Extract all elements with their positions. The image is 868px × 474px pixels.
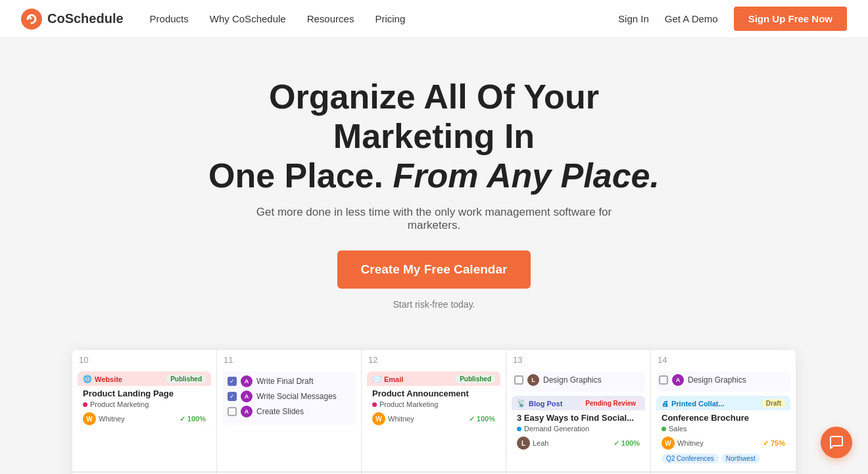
card-printed-chips: Q2 Conferences Northwest	[662, 454, 785, 463]
tag-dot-email	[372, 402, 377, 407]
card-email-title: Product Announcement	[372, 389, 495, 398]
cal-col-11: 11 ✓ A Write Final Draft ✓ A Write Socia…	[217, 350, 362, 471]
avatar-whitney: W	[83, 412, 96, 425]
hero-title-line2: One Place.	[208, 156, 393, 195]
card-blogpost-13: 📡 Blog Post Pending Review 3 Easy Ways t…	[512, 396, 645, 455]
card-website-badge: Published	[166, 375, 206, 383]
logo-text: CoSchedule	[47, 11, 124, 26]
hero-subtitle: Get more done in less time with the only…	[237, 206, 631, 232]
card-email-person: Whitney	[388, 415, 414, 423]
cal-day-12: 12	[362, 350, 506, 367]
task-checkbox-3[interactable]	[228, 407, 237, 416]
card-printed-footer: W Whitney ✓ 75%	[662, 435, 785, 451]
signin-link[interactable]: Sign In	[618, 13, 649, 24]
card-email: ✉️ Email Published Product Announcement …	[367, 371, 500, 431]
nav-pricing[interactable]: Pricing	[375, 13, 405, 24]
card-blogpost-progress: ✓ 100%	[614, 439, 640, 448]
cal-day-13: 13	[506, 350, 650, 367]
nav-products[interactable]: Products	[150, 13, 189, 24]
card-printed-header: 🖨 Printed Collat... Draft	[656, 396, 790, 410]
task-label-3: Create Slides	[256, 407, 304, 416]
task-item-3: A Create Slides	[228, 406, 350, 417]
card-printed-title: Conference Brochure	[662, 413, 785, 423]
hero-title-line1: Organize All Of Your Marketing In	[269, 78, 599, 155]
tag-dot-printed	[662, 427, 666, 431]
logo-link[interactable]: CoSchedule	[21, 9, 124, 30]
task-avatar-1: A	[241, 375, 253, 387]
card-blogpost-person: Leah	[533, 439, 548, 447]
task-avatar-3: A	[241, 406, 253, 417]
hero-title-italic: From Any Place.	[393, 156, 660, 195]
task-label-2: Write Social Messages	[256, 392, 337, 401]
task-avatar-2: A	[241, 391, 253, 402]
avatar-email: W	[372, 412, 385, 425]
tag-dot	[83, 402, 87, 407]
chat-icon	[829, 435, 844, 450]
cal-day-11: 11	[217, 350, 361, 367]
card-website-body: Product Landing Page Product Marketing W…	[78, 386, 211, 431]
cal-day-10: 10	[72, 350, 216, 367]
card-blogpost-title: 3 Easy Ways to Find Social...	[517, 413, 640, 423]
card-blogpost-header: 📡 Blog Post Pending Review	[512, 396, 645, 410]
card-printed-label: Printed Collat...	[671, 400, 725, 408]
card-website-title: Product Landing Page	[83, 389, 206, 398]
nav-resources[interactable]: Resources	[307, 13, 354, 24]
card-blogpost-footer: L Leah ✓ 100%	[517, 435, 640, 451]
card-email-progress: ✓ 100%	[469, 415, 495, 423]
cal-col-10: 10 🌐 Website Published Product Landing P…	[72, 350, 217, 471]
card-email-header: ✉️ Email Published	[367, 371, 500, 386]
task-label-1: Write Final Draft	[256, 377, 313, 386]
task-list-card: ✓ A Write Final Draft ✓ A Write Social M…	[222, 371, 356, 425]
task-dg2-label: Design Graphics	[688, 375, 746, 385]
card-website-label: Website	[95, 375, 122, 383]
tag-dot-blog	[517, 427, 521, 431]
card-blogpost-tag: Demand Generation	[517, 425, 640, 433]
navbar: CoSchedule Products Why CoSchedule Resou…	[0, 0, 868, 38]
nav-why[interactable]: Why CoSchedule	[210, 13, 286, 24]
navbar-right: Sign In Get A Demo Sign Up Free Now	[618, 7, 847, 31]
card-email-footer: W Whitney ✓ 100%	[372, 411, 495, 427]
cal-col-13: 13 L Design Graphics 📡 Blog Post Pending…	[506, 350, 651, 471]
avatar-dg2: A	[672, 374, 684, 386]
card-website-progress: ✓ 100%	[180, 415, 206, 423]
task-item-2: ✓ A Write Social Messages	[228, 391, 350, 402]
card-email-body: Product Announcement Product Marketing W…	[367, 386, 500, 431]
task-checkbox-2[interactable]: ✓	[228, 392, 237, 401]
avatar-printed: W	[662, 437, 675, 450]
get-demo-link[interactable]: Get A Demo	[665, 13, 718, 24]
day14-top: A Design Graphics	[656, 371, 790, 392]
chip-q2: Q2 Conferences	[662, 454, 719, 463]
card-blogpost-label: Blog Post	[529, 400, 562, 408]
coschedule-logo-icon	[21, 9, 42, 30]
card-printed-badge: Draft	[762, 399, 785, 408]
card-email-badge: Published	[456, 375, 495, 383]
website-icon: 🌐	[83, 375, 92, 383]
card-email-label: Email	[384, 375, 403, 383]
card-website-header: 🌐 Website Published	[78, 371, 211, 386]
nav-links: Products Why CoSchedule Resources Pricin…	[150, 13, 406, 24]
card-printed-person: Whitney	[677, 439, 704, 447]
avatar-leah: L	[517, 437, 530, 450]
task-checkbox-1[interactable]: ✓	[228, 377, 237, 386]
hero-note: Start risk-free today.	[13, 299, 855, 310]
task-item-1: ✓ A Write Final Draft	[228, 375, 350, 387]
chip-nw: Northwest	[721, 454, 760, 463]
calendar-preview: 10 🌐 Website Published Product Landing P…	[72, 349, 796, 474]
day13-top: L Design Graphics	[512, 371, 645, 392]
checkbox-dg1[interactable]	[514, 375, 523, 385]
card-email-tag: Product Marketing	[372, 400, 495, 408]
card-website-footer: W Whitney ✓ 100%	[83, 411, 206, 427]
card-printed-body: Conference Brochure Sales W Whitney ✓ 75…	[656, 410, 790, 467]
checkbox-dg2[interactable]	[659, 375, 668, 385]
card-printed: 🖨 Printed Collat... Draft Conference Bro…	[656, 396, 790, 467]
card-blogpost-badge: Pending Review	[581, 399, 640, 408]
cal-col-12: 12 ✉️ Email Published Product Announceme…	[362, 350, 506, 471]
task-design-graphics-2: A Design Graphics	[659, 374, 788, 386]
cta-button[interactable]: Create My Free Calendar	[337, 250, 531, 289]
task-dg1-label: Design Graphics	[543, 375, 602, 385]
cal-day-14: 14	[651, 350, 796, 367]
signup-button[interactable]: Sign Up Free Now	[734, 7, 847, 31]
card-website-tag: Product Marketing	[83, 400, 206, 408]
chat-button[interactable]	[821, 427, 852, 458]
task-design-graphics-1: L Design Graphics	[514, 374, 642, 386]
